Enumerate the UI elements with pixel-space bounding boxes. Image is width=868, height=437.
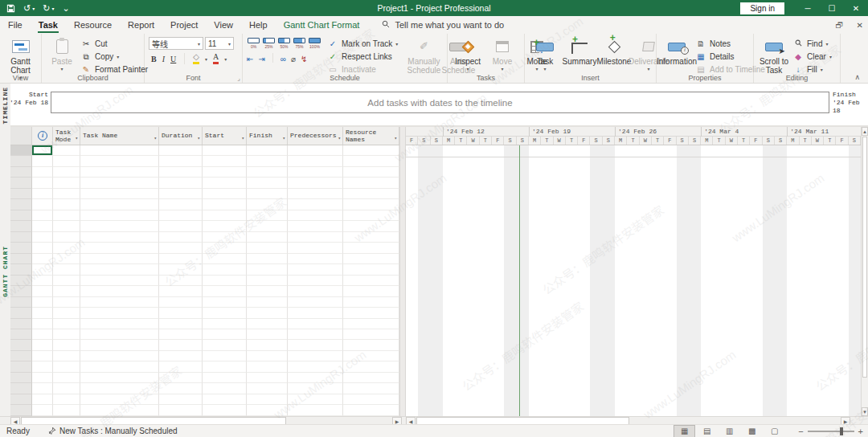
table-cell[interactable] — [32, 340, 53, 350]
table-cell[interactable] — [159, 405, 203, 415]
table-cell[interactable] — [343, 167, 399, 178]
column-header-resource-names[interactable]: Resource Names▾ — [343, 127, 399, 145]
table-cell[interactable] — [32, 189, 53, 199]
tab-report[interactable]: Report — [120, 18, 162, 33]
table-cell[interactable] — [203, 405, 247, 415]
table-cell[interactable] — [343, 276, 399, 286]
table-cell[interactable] — [159, 243, 203, 253]
paste-button[interactable]: Paste ▾ — [46, 36, 78, 72]
mark-on-track-button[interactable]: ✓Mark on Track▾ — [327, 38, 398, 50]
table-cell[interactable] — [247, 405, 288, 415]
table-cell[interactable] — [53, 199, 80, 210]
table-cell[interactable] — [159, 156, 203, 166]
table-cell[interactable] — [80, 243, 159, 253]
table-cell[interactable] — [288, 361, 343, 372]
table-cell[interactable] — [203, 199, 247, 210]
bold-button[interactable]: B — [151, 55, 157, 63]
row-header-cell[interactable] — [10, 167, 32, 178]
scroll-down-icon[interactable]: ▼ — [862, 407, 868, 416]
table-cell[interactable] — [343, 189, 399, 199]
table-cell[interactable] — [288, 210, 343, 221]
table-cell[interactable] — [159, 286, 203, 296]
table-cell[interactable] — [32, 145, 53, 156]
percent-complete-25-button[interactable]: 25% — [262, 38, 276, 49]
table-cell[interactable] — [159, 178, 203, 188]
row-header-cell[interactable] — [10, 178, 32, 188]
table-cell[interactable] — [203, 178, 247, 188]
table-cell[interactable] — [343, 383, 399, 394]
table-cell[interactable] — [80, 340, 159, 350]
table-cell[interactable] — [80, 189, 159, 199]
table-cell[interactable] — [53, 167, 80, 178]
table-cell[interactable] — [288, 373, 343, 383]
table-cell[interactable] — [247, 373, 288, 383]
table-cell[interactable] — [80, 383, 159, 394]
row-header-cell[interactable] — [10, 243, 32, 253]
row-header-cell[interactable] — [10, 383, 32, 394]
move-button[interactable]: Move▾ — [486, 36, 518, 72]
new-tasks-mode-button[interactable]: New Tasks : Manually Scheduled — [48, 427, 178, 436]
table-cell[interactable] — [159, 351, 203, 361]
table-cell[interactable] — [247, 145, 288, 156]
information-button[interactable]: i Information — [661, 36, 693, 66]
row-header-cell[interactable] — [10, 264, 32, 275]
table-cell[interactable] — [203, 276, 247, 286]
table-cell[interactable] — [343, 199, 399, 210]
table-cell[interactable] — [80, 199, 159, 210]
pane-splitter[interactable] — [399, 127, 406, 416]
row-header-cell[interactable] — [10, 319, 32, 329]
table-cell[interactable] — [159, 254, 203, 264]
tab-view[interactable]: View — [206, 18, 241, 33]
column-header-predecessors[interactable]: Predecessors▾ — [288, 127, 343, 145]
column-header-duration[interactable]: Duration▾ — [159, 127, 203, 145]
table-cell[interactable] — [80, 405, 159, 415]
table-cell[interactable] — [203, 145, 247, 156]
tab-file[interactable]: File — [0, 18, 31, 33]
table-cell[interactable] — [32, 221, 53, 231]
table-cell[interactable] — [343, 232, 399, 243]
table-cell[interactable] — [159, 167, 203, 178]
table-cell[interactable] — [288, 243, 343, 253]
table-cell[interactable] — [247, 340, 288, 350]
row-header-cell[interactable] — [10, 210, 32, 221]
zoom-in-icon[interactable]: + — [858, 427, 863, 436]
table-cell[interactable] — [53, 243, 80, 253]
table-cell[interactable] — [203, 286, 247, 296]
cut-button[interactable]: ✂Cut — [80, 38, 148, 50]
table-cell[interactable] — [32, 286, 53, 296]
font-color-button[interactable]: A — [213, 53, 219, 64]
split-task-icon[interactable]: ↯ — [301, 55, 307, 63]
table-cell[interactable] — [343, 178, 399, 188]
table-cell[interactable] — [53, 254, 80, 264]
table-cell[interactable] — [343, 210, 399, 221]
table-cell[interactable] — [288, 264, 343, 275]
tab-task[interactable]: Task — [31, 18, 66, 33]
tab-gantt-chart-format[interactable]: Gantt Chart Format — [276, 18, 368, 33]
row-header-cell[interactable] — [10, 297, 32, 308]
table-cell[interactable] — [159, 340, 203, 350]
table-cell[interactable] — [159, 221, 203, 231]
table-cell[interactable] — [247, 189, 288, 199]
row-header-cell[interactable] — [10, 286, 32, 296]
table-cell[interactable] — [80, 394, 159, 405]
gantt-view-strip[interactable]: GANTT CHART — [0, 127, 10, 416]
table-cell[interactable] — [80, 319, 159, 329]
link-tasks-icon[interactable]: ∞ — [280, 55, 286, 63]
table-cell[interactable] — [203, 232, 247, 243]
column-header-task-mode[interactable]: Task Mode▾ — [53, 127, 80, 145]
table-cell[interactable] — [343, 286, 399, 296]
table-cell[interactable] — [159, 297, 203, 308]
team-planner-view-icon[interactable]: ▥ — [719, 426, 739, 437]
table-cell[interactable] — [343, 394, 399, 405]
table-cell[interactable] — [288, 145, 343, 156]
gantt-chart-view-icon[interactable]: ▦ — [674, 426, 694, 437]
table-cell[interactable] — [247, 178, 288, 188]
table-cell[interactable] — [343, 405, 399, 415]
table-cell[interactable] — [343, 329, 399, 340]
row-header-cell[interactable] — [10, 394, 32, 405]
table-cell[interactable] — [247, 156, 288, 166]
table-cell[interactable] — [159, 319, 203, 329]
percent-complete-100-button[interactable]: 100% — [308, 38, 321, 49]
table-cell[interactable] — [203, 210, 247, 221]
table-cell[interactable] — [159, 232, 203, 243]
